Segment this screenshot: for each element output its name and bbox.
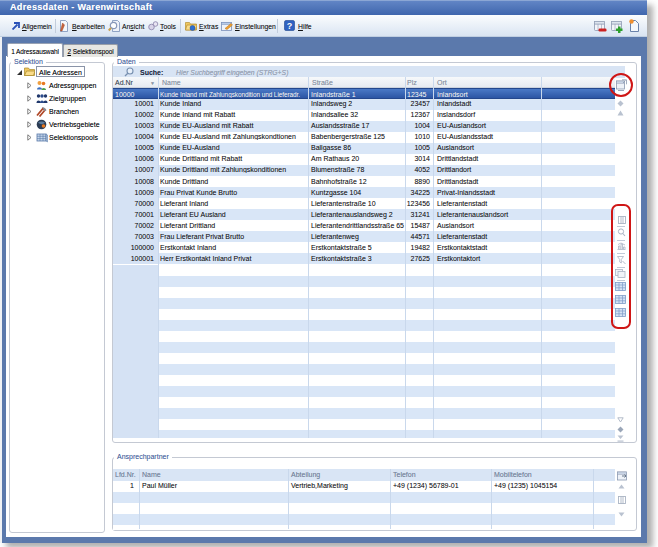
svg-text:?: ? <box>287 21 293 31</box>
